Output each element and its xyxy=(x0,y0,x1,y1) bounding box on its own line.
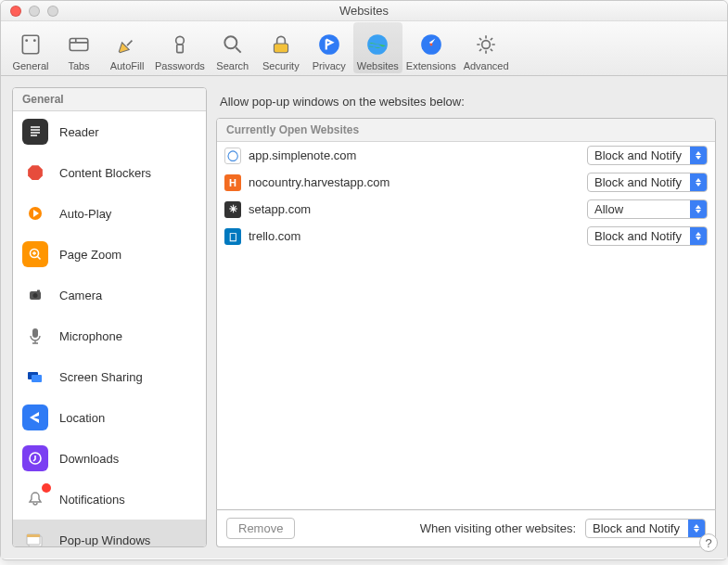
website-domain: nocountry.harvestapp.com xyxy=(249,175,580,189)
toolbar: GeneralTabsAutoFillPasswordsSearchSecuri… xyxy=(1,21,727,76)
sidebar-item-downloads[interactable]: Downloads xyxy=(13,438,206,479)
toolbar-label: Advanced xyxy=(464,60,509,71)
sidebar-item-pop-up-windows[interactable]: Pop-up Windows xyxy=(13,520,206,546)
minimize-window-button[interactable] xyxy=(29,6,40,17)
toolbar-label: Privacy xyxy=(313,60,346,71)
sidebar-item-camera[interactable]: Camera xyxy=(13,275,206,315)
toolbar-tab-extensions[interactable]: Extensions xyxy=(402,22,460,73)
pop-up-windows-icon xyxy=(22,527,48,546)
website-row[interactable]: ⎕ trello.com Block and Notify xyxy=(217,223,715,250)
svg-point-2 xyxy=(33,39,36,42)
search-icon xyxy=(218,30,248,59)
footer-label: When visiting other websites: xyxy=(420,521,576,535)
privacy-icon xyxy=(314,30,344,59)
svg-rect-0 xyxy=(22,35,38,54)
security-icon xyxy=(266,30,296,59)
toolbar-tab-general[interactable]: General xyxy=(6,22,55,73)
advanced-icon xyxy=(471,30,501,59)
sidebar-item-page-zoom[interactable]: Page Zoom xyxy=(13,234,206,275)
other-websites-value: Block and Notify xyxy=(593,521,680,535)
svg-point-1 xyxy=(25,39,28,42)
sidebar-item-label: Notifications xyxy=(59,493,125,507)
chevron-updown-icon xyxy=(690,200,707,218)
toolbar-tab-tabs[interactable]: Tabs xyxy=(55,22,103,73)
toolbar-tab-search[interactable]: Search xyxy=(209,22,257,73)
sidebar-items: ReaderContent BlockersAuto-PlayPage Zoom… xyxy=(13,111,206,546)
sidebar-item-content-blockers[interactable]: Content Blockers xyxy=(13,152,206,193)
sidebar-item-label: Microphone xyxy=(59,329,122,343)
passwords-icon xyxy=(165,30,195,59)
toolbar-tab-security[interactable]: Security xyxy=(257,22,305,73)
websites-icon xyxy=(363,30,392,59)
toolbar-label: Search xyxy=(216,60,249,71)
website-policy-select[interactable]: Block and Notify xyxy=(587,173,708,192)
toolbar-label: General xyxy=(12,60,48,71)
sidebar-item-label: Page Zoom xyxy=(59,248,121,262)
website-domain: trello.com xyxy=(249,229,580,243)
svg-rect-3 xyxy=(70,39,88,51)
svg-marker-13 xyxy=(28,165,43,180)
other-websites-select[interactable]: Block and Notify xyxy=(585,519,706,538)
microphone-icon xyxy=(22,323,48,349)
toolbar-label: Passwords xyxy=(155,60,205,71)
website-row[interactable]: ◯ app.simplenote.com Block and Notify xyxy=(217,142,715,169)
autofill-icon xyxy=(112,30,142,59)
svg-rect-22 xyxy=(32,375,42,382)
sidebar-item-label: Auto-Play xyxy=(59,207,111,221)
sidebar-item-label: Camera xyxy=(59,289,102,302)
toolbar-tab-autofill[interactable]: AutoFill xyxy=(103,22,151,73)
svg-point-11 xyxy=(429,44,432,46)
svg-point-4 xyxy=(176,36,185,45)
sidebar-item-auto-play[interactable]: Auto-Play xyxy=(13,193,206,234)
sidebar-item-label: Screen Sharing xyxy=(59,370,143,384)
website-policy-select[interactable]: Block and Notify xyxy=(587,226,708,246)
zoom-window-button[interactable] xyxy=(47,6,58,17)
sidebar-item-microphone[interactable]: Microphone xyxy=(13,315,206,356)
toolbar-label: Extensions xyxy=(406,60,456,71)
extensions-icon xyxy=(416,30,446,59)
downloads-icon xyxy=(22,445,48,471)
main-title: Allow pop-up windows on the websites bel… xyxy=(220,95,712,109)
sidebar-item-screen-sharing[interactable]: Screen Sharing xyxy=(13,356,206,397)
toolbar-label: AutoFill xyxy=(110,60,145,71)
page-zoom-icon xyxy=(22,241,48,267)
preferences-window: Websites GeneralTabsAutoFillPasswordsSea… xyxy=(0,0,728,560)
policy-value: Allow xyxy=(594,202,623,216)
notification-badge xyxy=(42,483,51,493)
close-window-button[interactable] xyxy=(10,6,21,17)
sidebar-item-label: Reader xyxy=(59,125,99,139)
sidebar-item-notifications[interactable]: Notifications xyxy=(13,479,206,520)
website-domain: app.simplenote.com xyxy=(249,148,580,162)
toolbar-label: Tabs xyxy=(68,60,89,71)
screen-sharing-icon xyxy=(22,364,48,390)
traffic-lights xyxy=(1,6,58,17)
sidebar: General ReaderContent BlockersAuto-PlayP… xyxy=(12,87,207,547)
toolbar-tab-passwords[interactable]: Passwords xyxy=(151,22,209,73)
sidebar-item-reader[interactable]: Reader xyxy=(13,111,206,152)
toolbar-tab-websites[interactable]: Websites xyxy=(353,22,402,73)
website-row[interactable]: ✳ setapp.com Allow xyxy=(217,196,715,223)
sidebar-item-label: Location xyxy=(59,411,105,425)
toolbar-label: Websites xyxy=(357,60,399,71)
website-domain: setapp.com xyxy=(249,202,580,216)
general-icon xyxy=(16,30,45,59)
tabs-icon xyxy=(64,30,94,59)
remove-button[interactable]: Remove xyxy=(226,518,295,539)
chevron-updown-icon xyxy=(690,227,707,245)
auto-play-icon xyxy=(22,200,48,226)
help-button[interactable]: ? xyxy=(699,533,718,552)
website-policy-select[interactable]: Block and Notify xyxy=(587,146,708,165)
svg-point-6 xyxy=(224,36,236,48)
policy-value: Block and Notify xyxy=(594,148,682,162)
website-row[interactable]: H nocountry.harvestapp.com Block and Not… xyxy=(217,169,715,196)
favicon: ✳ xyxy=(224,201,241,218)
sidebar-item-label: Pop-up Windows xyxy=(59,533,150,547)
svg-rect-7 xyxy=(274,44,287,53)
chevron-updown-icon xyxy=(690,173,707,191)
sidebar-item-location[interactable]: Location xyxy=(13,397,206,438)
website-policy-select[interactable]: Allow xyxy=(587,199,708,219)
toolbar-tab-privacy[interactable]: Privacy xyxy=(305,22,353,73)
toolbar-tab-advanced[interactable]: Advanced xyxy=(460,22,513,73)
svg-point-9 xyxy=(367,34,388,55)
table-rows: ◯ app.simplenote.com Block and NotifyH n… xyxy=(217,142,715,250)
